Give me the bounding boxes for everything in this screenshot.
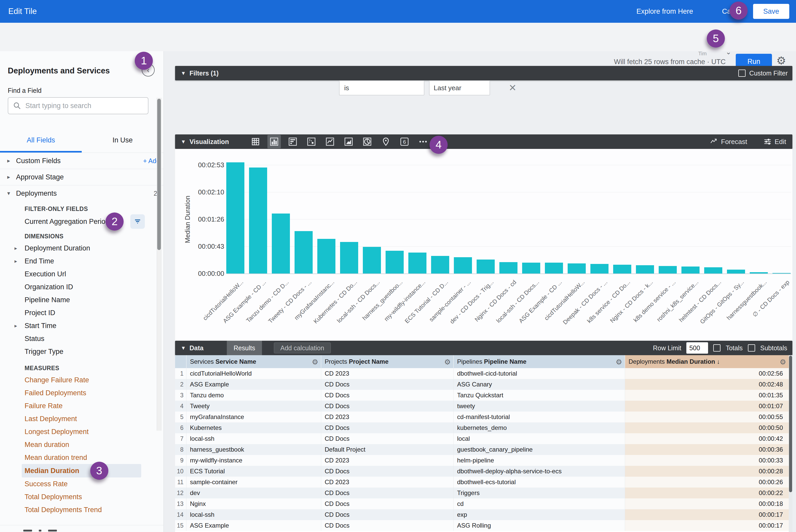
sidebar-item-success-rate[interactable]: Success Rate <box>0 477 163 490</box>
add-calculation-button[interactable]: Add calculation <box>274 343 331 354</box>
sidebar-item-longest-deployment[interactable]: Longest Deployment <box>0 425 163 438</box>
caret-down-icon[interactable]: ▾ <box>7 190 16 197</box>
bar[interactable] <box>727 270 745 273</box>
viz-type-single-value-icon[interactable]: 6 <box>398 135 411 148</box>
bar[interactable] <box>568 263 586 273</box>
remove-filter-icon[interactable]: ✕ <box>509 80 516 95</box>
bar[interactable] <box>636 265 654 273</box>
sidebar-item-project-id[interactable]: Project ID <box>0 306 163 319</box>
column-header-pipeline-name[interactable]: Pipelines Pipeline Name⚙ <box>453 355 625 368</box>
column-header-service-name[interactable]: Services Service Name⚙ <box>186 355 321 368</box>
tab-all-fields[interactable]: All Fields <box>0 128 82 153</box>
sidebar-item-execution-url[interactable]: Execution Url <box>0 268 163 281</box>
bar[interactable] <box>704 267 722 273</box>
bar[interactable] <box>249 168 267 273</box>
sidebar-item-deployment-duration[interactable]: ▸Deployment Duration <box>0 242 163 254</box>
bar[interactable] <box>295 231 313 273</box>
chevron-down-icon[interactable]: ⌄ <box>726 48 732 56</box>
bar[interactable] <box>681 267 700 273</box>
bar[interactable] <box>431 256 449 273</box>
caret-right-icon[interactable]: ▸ <box>15 258 17 264</box>
sidebar-item-failed-deployments[interactable]: Failed Deployments <box>0 386 163 399</box>
bar[interactable] <box>477 260 495 273</box>
sidebar-scrollbar-thumb[interactable] <box>157 99 161 250</box>
sidebar-item-failure-rate[interactable]: Failure Rate <box>0 399 163 412</box>
subtotals-checkbox[interactable] <box>748 344 755 352</box>
bar[interactable] <box>272 213 290 273</box>
viz-type-area-icon[interactable] <box>342 135 355 148</box>
bar[interactable] <box>317 239 335 273</box>
caret-right-icon[interactable]: ▸ <box>7 157 16 164</box>
sidebar-item-last-deployment[interactable]: Last Deployment <box>0 412 163 425</box>
viz-type-column-list-icon[interactable] <box>286 135 299 148</box>
row-limit-input[interactable] <box>686 342 708 354</box>
bar[interactable] <box>499 262 517 273</box>
viz-type-map-icon[interactable] <box>379 135 393 148</box>
bar[interactable] <box>226 162 244 273</box>
sidebar-item-trigger-type[interactable]: Trigger Type <box>0 345 163 358</box>
sidebar-item-end-time[interactable]: ▸End Time <box>0 254 163 268</box>
edit-viz-button[interactable]: Edit <box>764 138 786 146</box>
collapse-caret-icon[interactable]: ▼ <box>181 345 186 351</box>
table-scrollbar-thumb[interactable] <box>789 356 792 492</box>
sidebar-item-total-deployments[interactable]: Total Deployments <box>0 490 163 503</box>
sidebar-scrollbar[interactable] <box>157 98 161 431</box>
sidebar-item-start-time[interactable]: ▸Start Time <box>0 319 163 332</box>
custom-filter-checkbox[interactable] <box>738 70 745 77</box>
tab-results[interactable]: Results <box>227 341 262 355</box>
gear-icon[interactable]: ⚙ <box>615 358 622 366</box>
gear-icon[interactable]: ⚙ <box>776 54 786 67</box>
bar[interactable] <box>773 273 791 273</box>
sidebar-group-custom-fields[interactable]: ▸Custom Fields+ Add <box>0 153 163 169</box>
viz-type-bar-icon[interactable] <box>267 135 281 148</box>
gear-icon[interactable]: ⚙ <box>444 358 450 366</box>
collapse-caret-icon[interactable]: ▼ <box>181 139 186 145</box>
collapse-caret-icon[interactable]: ▼ <box>181 70 186 76</box>
explore-from-here-link[interactable]: Explore from Here <box>636 7 693 16</box>
filter-operator-select[interactable]: is <box>339 80 424 95</box>
bar[interactable] <box>454 257 472 273</box>
timezone-label[interactable]: Tim <box>698 51 707 57</box>
viz-type-table-icon[interactable] <box>249 135 262 148</box>
column-header-median-duration[interactable]: Deployments Median Duration ↓⚙ <box>625 355 789 368</box>
viz-type-scatter-icon[interactable] <box>304 135 318 148</box>
caret-right-icon[interactable]: ▸ <box>15 323 17 329</box>
bar[interactable] <box>386 251 404 273</box>
forecast-button[interactable]: Forecast <box>710 138 747 146</box>
sidebar-item-change-failure-rate[interactable]: Change Failure Rate <box>0 374 163 386</box>
bar[interactable] <box>522 263 540 273</box>
sidebar-item-mean-duration-trend[interactable]: Mean duration trend <box>0 451 163 464</box>
sidebar-item-status[interactable]: Status <box>0 332 163 345</box>
field-search-input[interactable] <box>25 101 148 110</box>
tab-in-use[interactable]: In Use <box>82 128 163 153</box>
sidebar-group-deployments[interactable]: ▾Deployments2 <box>0 185 163 202</box>
filter-value-input[interactable] <box>429 80 490 95</box>
sidebar-item-organization-id[interactable]: Organization ID <box>0 281 163 293</box>
totals-checkbox[interactable] <box>713 344 721 352</box>
bar[interactable] <box>750 272 768 273</box>
caret-right-icon[interactable]: ▸ <box>7 174 16 180</box>
viz-type-line-icon[interactable] <box>323 135 337 148</box>
bar[interactable] <box>408 252 426 273</box>
column-header-project-name[interactable]: Projects Project Name⚙ <box>321 355 453 368</box>
table-scrollbar[interactable] <box>789 355 792 532</box>
bar[interactable] <box>363 247 381 273</box>
sidebar-item-median-duration[interactable]: Median Duration3 <box>22 464 141 477</box>
sidebar-item-total-deployments-trend[interactable]: Total Deployments Trend <box>0 503 163 516</box>
viz-type-more-icon[interactable] <box>416 135 430 148</box>
sidebar-group-approval-stage[interactable]: ▸Approval Stage <box>0 169 163 185</box>
sidebar-item-current-aggregation-period[interactable]: Current Aggregation Period2 <box>0 214 163 229</box>
bar[interactable] <box>590 264 609 273</box>
caret-right-icon[interactable]: ▸ <box>15 245 17 251</box>
gear-icon[interactable]: ⚙ <box>779 358 786 366</box>
bar[interactable] <box>545 263 563 273</box>
bar[interactable] <box>340 242 358 273</box>
save-button[interactable]: Save <box>753 4 789 19</box>
sidebar-item-mean-duration[interactable]: Mean duration <box>0 438 163 451</box>
filter-icon[interactable] <box>130 214 145 229</box>
sidebar-item-pipeline-name[interactable]: Pipeline Name <box>0 293 163 306</box>
bar[interactable] <box>659 266 677 273</box>
bar[interactable] <box>613 265 631 273</box>
gear-icon[interactable]: ⚙ <box>312 358 318 366</box>
field-search-box[interactable] <box>8 97 148 114</box>
